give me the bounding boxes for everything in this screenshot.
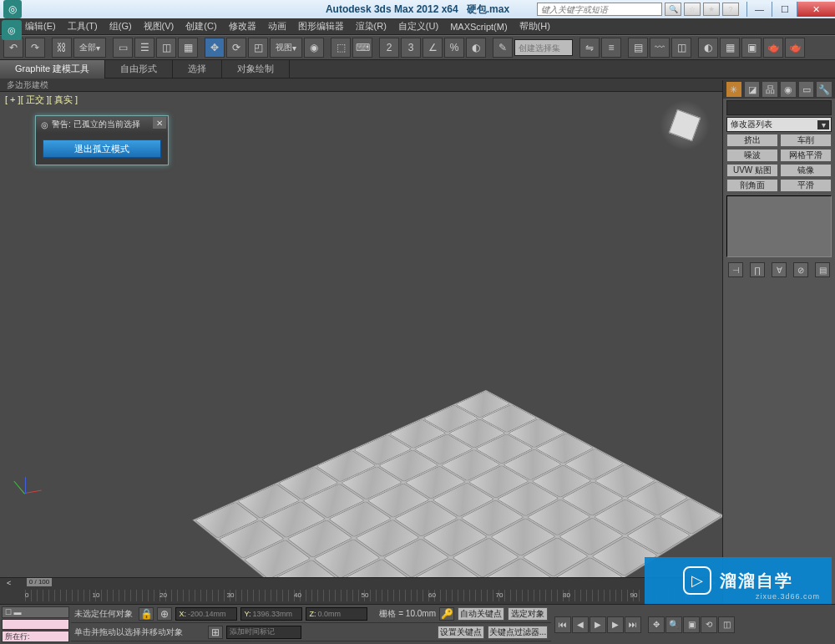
comm-center-icon[interactable]: ☆: [684, 3, 701, 16]
modifier-list-dropdown[interactable]: 修改器列表: [726, 117, 832, 132]
link-icon[interactable]: ⛓: [52, 38, 72, 58]
key-icon[interactable]: 🔑: [439, 607, 454, 621]
modify-panel-icon[interactable]: ◪: [745, 82, 760, 97]
menu-group[interactable]: 组(G): [109, 20, 132, 33]
align-icon[interactable]: ≡: [601, 38, 621, 58]
menu-animation[interactable]: 动画: [268, 20, 286, 33]
script-output[interactable]: [2, 619, 69, 631]
move-icon[interactable]: ✥: [205, 38, 225, 58]
show-end-result-icon[interactable]: ∏: [750, 262, 765, 277]
goto-end-icon[interactable]: ⏭: [625, 616, 641, 633]
play-icon[interactable]: ▶: [590, 616, 606, 633]
remove-modifier-icon[interactable]: ⊘: [793, 262, 808, 277]
coord-z[interactable]: Z:0.0mm: [306, 607, 367, 621]
close-icon[interactable]: ✕: [153, 117, 166, 129]
tab-graphite[interactable]: Graphite 建模工具: [0, 60, 105, 79]
add-time-tag[interactable]: 添加时间标记: [226, 626, 301, 639]
layers-icon[interactable]: ▤: [628, 38, 648, 58]
time-tag-icon[interactable]: ⊞: [208, 626, 223, 639]
keyboard-shortcut-icon[interactable]: ⌨: [352, 38, 372, 58]
curve-editor-icon[interactable]: 〰: [650, 38, 670, 58]
hierarchy-panel-icon[interactable]: 品: [762, 82, 777, 97]
redo-icon[interactable]: ↷: [25, 38, 45, 58]
ribbon-panel-label[interactable]: 多边形建模: [0, 79, 835, 92]
scale-icon[interactable]: ◰: [248, 38, 268, 58]
schematic-icon[interactable]: ◫: [671, 38, 691, 58]
coord-x[interactable]: X:-200.14mm: [175, 607, 237, 621]
help-icon[interactable]: ?: [722, 3, 739, 16]
viewport-label[interactable]: [ + ][ 正交 ][ 真实 ]: [5, 94, 78, 106]
named-selection-input[interactable]: [514, 39, 573, 56]
snap-2d-icon[interactable]: 2: [379, 38, 399, 58]
tab-freeform[interactable]: 自由形式: [105, 60, 173, 79]
mod-meshsmooth[interactable]: 网格平滑: [780, 149, 832, 162]
motion-panel-icon[interactable]: ◉: [781, 82, 796, 97]
viewcube[interactable]: [660, 100, 710, 150]
material-editor-icon[interactable]: ◐: [698, 38, 718, 58]
menu-create[interactable]: 创建(C): [185, 20, 216, 33]
utilities-panel-icon[interactable]: 🔧: [817, 82, 832, 97]
rotate-icon[interactable]: ⟳: [226, 38, 246, 58]
select-manipulate-icon[interactable]: ⬚: [331, 38, 351, 58]
select-region-icon[interactable]: ◫: [156, 38, 176, 58]
mod-bevel-profile[interactable]: 剖角面: [726, 179, 778, 192]
time-ruler[interactable]: 0 10 20 30 40 50 60 70 80 90 100: [25, 590, 697, 601]
tab-object-paint[interactable]: 对象绘制: [222, 60, 290, 79]
create-panel-icon[interactable]: ✳: [726, 82, 741, 97]
make-unique-icon[interactable]: ∀: [772, 262, 787, 277]
window-maximize-button[interactable]: ☐: [772, 2, 797, 17]
mod-extrude[interactable]: 挤出: [726, 134, 778, 147]
absolute-mode-icon[interactable]: ⊕: [157, 607, 172, 621]
mod-smooth[interactable]: 平滑: [780, 179, 832, 192]
coord-y[interactable]: Y:1396.33mm: [240, 607, 302, 621]
percent-snap-icon[interactable]: %: [444, 38, 464, 58]
favorites-icon[interactable]: ★: [703, 3, 720, 16]
use-center-icon[interactable]: ◉: [304, 38, 324, 58]
prev-key-icon[interactable]: <: [7, 579, 11, 587]
angle-snap-icon[interactable]: ∠: [423, 38, 443, 58]
undo-icon[interactable]: ↶: [3, 38, 23, 58]
spinner-snap-icon[interactable]: ◐: [466, 38, 486, 58]
menu-tools[interactable]: 工具(T): [68, 20, 98, 33]
mod-noise[interactable]: 噪波: [726, 149, 778, 162]
exit-isolation-button[interactable]: 退出孤立模式: [43, 139, 161, 158]
window-crossing-icon[interactable]: ▦: [178, 38, 198, 58]
modifier-stack[interactable]: [726, 195, 832, 257]
select-by-name-icon[interactable]: ☰: [134, 38, 154, 58]
render-setup-icon[interactable]: ▦: [720, 38, 740, 58]
next-frame-icon[interactable]: ▶: [607, 616, 624, 633]
pan-icon[interactable]: ✥: [648, 616, 665, 633]
selection-set-button[interactable]: 选定对象: [508, 607, 548, 621]
script-input[interactable]: 所在行:: [2, 631, 69, 642]
configure-sets-icon[interactable]: ▤: [815, 262, 830, 277]
max-viewport-icon[interactable]: ◫: [718, 616, 735, 633]
select-icon[interactable]: ▭: [113, 38, 133, 58]
help-search-input[interactable]: [537, 3, 662, 16]
menu-edit[interactable]: 编辑(E): [25, 20, 56, 33]
mirror-icon[interactable]: ⇋: [579, 38, 600, 58]
selection-filter-dropdown[interactable]: 全部 ▾: [73, 38, 106, 58]
mod-mirror[interactable]: 镜像: [780, 164, 832, 177]
dialog-title[interactable]: ◎ 警告: 已孤立的当前选择 ✕: [36, 116, 168, 133]
window-close-button[interactable]: ✕: [797, 2, 835, 17]
render-icon[interactable]: 🫖: [763, 38, 783, 58]
time-scrubber[interactable]: 0 / 100: [27, 578, 52, 586]
menu-modifiers[interactable]: 修改器: [229, 20, 256, 33]
snap-3d-icon[interactable]: 3: [401, 38, 421, 58]
window-minimize-button[interactable]: —: [746, 2, 772, 17]
menu-graph-editors[interactable]: 图形编辑器: [298, 20, 344, 33]
mod-uvw[interactable]: UVW 贴图: [726, 164, 778, 177]
goto-start-icon[interactable]: ⏮: [554, 616, 571, 633]
set-key-button[interactable]: 设置关键点: [438, 626, 484, 639]
menu-rendering[interactable]: 渲染(R): [356, 20, 387, 33]
auto-key-button[interactable]: 自动关键点: [458, 607, 504, 621]
render-frame-icon[interactable]: ▣: [741, 38, 762, 58]
prev-frame-icon[interactable]: ◀: [572, 616, 589, 633]
orbit-icon[interactable]: ⟲: [701, 616, 717, 633]
menu-customize[interactable]: 自定义(U): [398, 20, 438, 33]
pin-stack-icon[interactable]: ⊣: [728, 262, 743, 277]
lock-selection-icon[interactable]: 🔒: [139, 607, 154, 621]
tab-selection[interactable]: 选择: [173, 60, 222, 79]
time-slider[interactable]: < 0 / 100 > 0 10 20 30 40 50 60 70 80 90…: [0, 577, 722, 604]
zoom-extents-icon[interactable]: ▣: [683, 616, 700, 633]
